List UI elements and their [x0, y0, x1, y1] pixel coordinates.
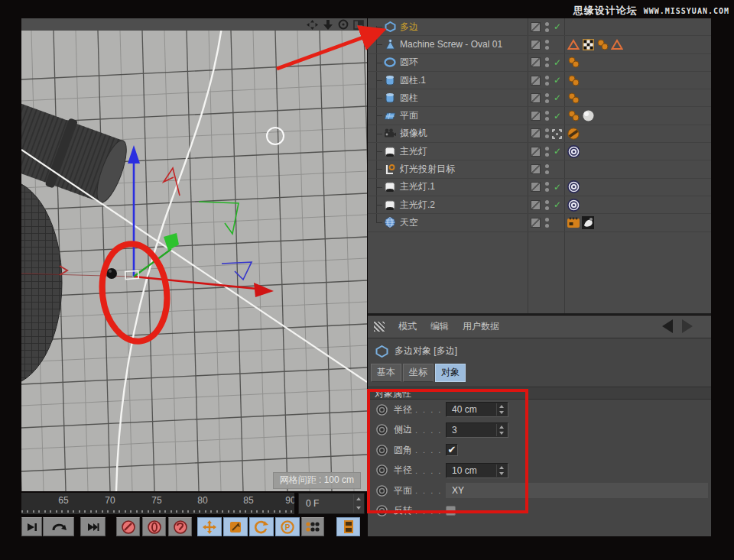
enabled-check-icon[interactable]: ✓ [554, 111, 561, 121]
keyframe-circle-icon[interactable] [376, 505, 388, 516]
sides-input[interactable]: 3 [446, 422, 508, 438]
object-label[interactable]: 主光灯.2 [400, 199, 435, 212]
visibility-dots[interactable] [545, 57, 549, 67]
protection-tag-icon[interactable] [567, 128, 580, 140]
object-label[interactable]: 圆柱 [400, 92, 418, 105]
stepper-arrows[interactable] [496, 465, 506, 477]
keyframe-circle-icon[interactable] [376, 404, 388, 416]
record-rotation-button[interactable] [249, 517, 274, 536]
triangle-tag-icon[interactable] [567, 38, 580, 50]
object-row-light2[interactable]: 主光灯.2 ✓ [368, 196, 711, 214]
keyframe-selection-button[interactable] [168, 517, 192, 536]
object-label[interactable]: 天空 [400, 216, 418, 229]
phong-tag-icon[interactable] [596, 38, 609, 50]
keyframe-circle-icon[interactable] [376, 424, 388, 435]
visibility-dots[interactable] [545, 128, 549, 138]
visibility-dots[interactable] [545, 93, 549, 103]
point-level-animation-button[interactable] [301, 517, 324, 536]
menu-item-mode[interactable]: 模式 [398, 320, 417, 333]
plane-dropdown[interactable]: XY [446, 483, 708, 498]
phong-tag-icon[interactable] [567, 74, 580, 86]
object-row-camera[interactable]: 摄像机 [368, 125, 711, 143]
layer-toggle[interactable] [531, 76, 541, 86]
keyframe-circle-icon[interactable] [376, 445, 388, 456]
dolly-icon[interactable] [323, 20, 333, 30]
tab-object[interactable]: 对象 [435, 364, 466, 382]
object-row-light[interactable]: 主光灯 ✓ [368, 143, 711, 160]
menu-item-edit[interactable]: 编辑 [430, 320, 449, 333]
goto-end-button[interactable] [80, 517, 106, 536]
history-forward-icon[interactable] [680, 319, 694, 334]
layer-toggle[interactable] [531, 111, 541, 121]
layer-toggle[interactable] [531, 57, 541, 67]
stepper-arrows[interactable] [496, 403, 506, 416]
visibility-dots[interactable] [545, 111, 549, 121]
texture-sphere-tag-icon[interactable] [582, 110, 594, 122]
layer-toggle[interactable] [531, 93, 541, 103]
pan-icon[interactable] [307, 20, 318, 30]
keyframe-circle-icon[interactable] [376, 485, 388, 497]
object-row-nside[interactable]: 多边 ✓ [368, 18, 711, 36]
enabled-check-icon[interactable]: ✓ [554, 21, 561, 32]
phong-tag-icon[interactable] [567, 57, 580, 69]
target-tag-icon[interactable] [567, 145, 580, 157]
object-label[interactable]: 圆环 [400, 56, 418, 69]
compositing-tag-icon[interactable] [567, 216, 580, 228]
toggle-view-icon[interactable] [353, 20, 364, 30]
rounding-radius-input[interactable]: 10 cm [446, 463, 508, 478]
object-label[interactable]: 主光灯.1 [400, 180, 435, 193]
panel-menu-icon[interactable] [374, 322, 385, 332]
object-row-cylinder1[interactable]: 圆柱.1 ✓ [368, 72, 711, 89]
visibility-dots[interactable] [545, 218, 549, 228]
camera-focus-icon[interactable] [552, 128, 562, 138]
triangle-tag-icon[interactable] [611, 38, 623, 50]
visibility-dots[interactable] [545, 182, 549, 192]
record-scale-button[interactable] [223, 517, 248, 536]
layer-toggle[interactable] [531, 200, 541, 210]
texture-image-tag-icon[interactable] [582, 216, 594, 228]
menu-item-userdata[interactable]: 用户数据 [463, 320, 499, 333]
stepper-arrows[interactable] [496, 424, 506, 436]
object-row-sky[interactable]: 天空 [368, 214, 711, 231]
keyframe-film-button[interactable] [336, 517, 360, 536]
radius-input[interactable]: 40 cm [446, 402, 508, 417]
tab-coordinates[interactable]: 坐标 [403, 364, 434, 382]
layer-toggle[interactable] [531, 218, 541, 228]
current-frame-field[interactable]: 0 F [298, 493, 365, 514]
record-position-button[interactable] [197, 517, 222, 536]
visibility-dots[interactable] [545, 76, 549, 86]
enabled-check-icon[interactable]: ✓ [554, 199, 561, 210]
visibility-dots[interactable] [545, 40, 549, 50]
object-label[interactable]: 主光灯 [400, 145, 427, 158]
tab-basic[interactable]: 基本 [371, 364, 401, 382]
enabled-check-icon[interactable]: ✓ [554, 146, 561, 157]
visibility-dots[interactable] [545, 164, 549, 174]
object-row-machine-screw[interactable]: Machine Screw - Oval 01 [368, 36, 711, 53]
object-label[interactable]: 多边 [400, 21, 418, 34]
object-row-light1[interactable]: 主光灯.1 ✓ [368, 179, 711, 196]
frame-stepper[interactable] [353, 494, 362, 513]
autokey-button[interactable] [142, 517, 166, 536]
enabled-check-icon[interactable]: ✓ [554, 57, 561, 68]
loop-mode-button[interactable] [43, 517, 74, 536]
layer-toggle[interactable] [531, 40, 541, 50]
phong-tag-icon[interactable] [567, 110, 580, 122]
play-forward-button[interactable] [21, 517, 42, 536]
object-label[interactable]: 平面 [400, 109, 418, 122]
history-back-icon[interactable] [661, 319, 674, 334]
target-tag-icon[interactable] [567, 199, 580, 211]
enabled-check-icon[interactable]: ✓ [554, 182, 561, 193]
rotate-icon[interactable] [338, 19, 349, 30]
keyframe-circle-icon[interactable] [376, 465, 388, 476]
viewport-3d[interactable]: 网格间距 : 100 cm [21, 31, 367, 491]
object-label[interactable]: 摄像机 [400, 127, 427, 140]
object-label[interactable]: Machine Screw - Oval 01 [400, 39, 502, 50]
target-tag-icon[interactable] [567, 181, 580, 193]
visibility-dots[interactable] [545, 147, 549, 157]
object-row-cylinder[interactable]: 圆柱 ✓ [368, 89, 711, 107]
object-label[interactable]: 灯光投射目标 [400, 163, 455, 176]
enabled-check-icon[interactable]: ✓ [554, 92, 561, 103]
object-row-plane[interactable]: 平面 ✓ [368, 107, 711, 125]
layer-toggle[interactable] [531, 128, 541, 138]
layer-toggle[interactable] [531, 182, 541, 192]
